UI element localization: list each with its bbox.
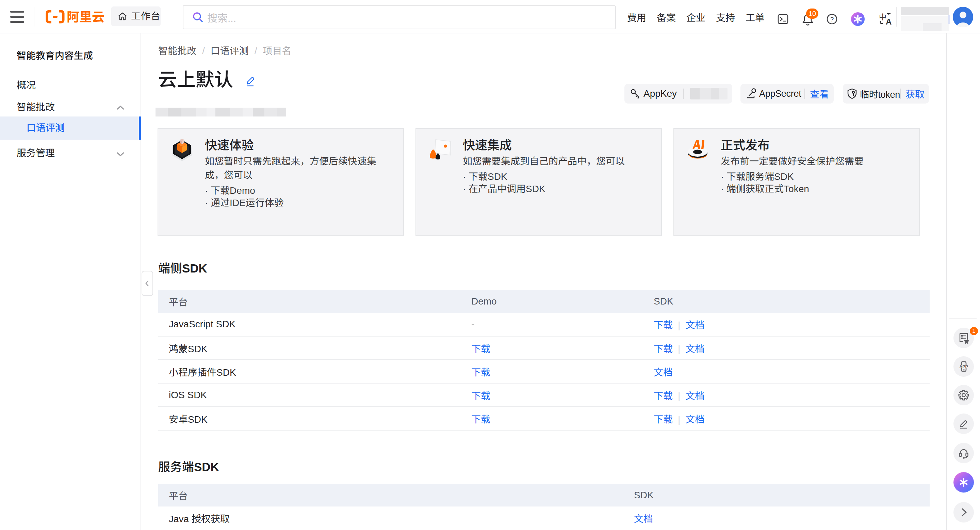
- svg-text:A: A: [886, 17, 891, 26]
- svg-text:?: ?: [830, 16, 834, 23]
- svg-text:APP: APP: [959, 364, 968, 369]
- svg-text:中: 中: [879, 13, 886, 22]
- svg-text:阿里云: 阿里云: [67, 10, 104, 24]
